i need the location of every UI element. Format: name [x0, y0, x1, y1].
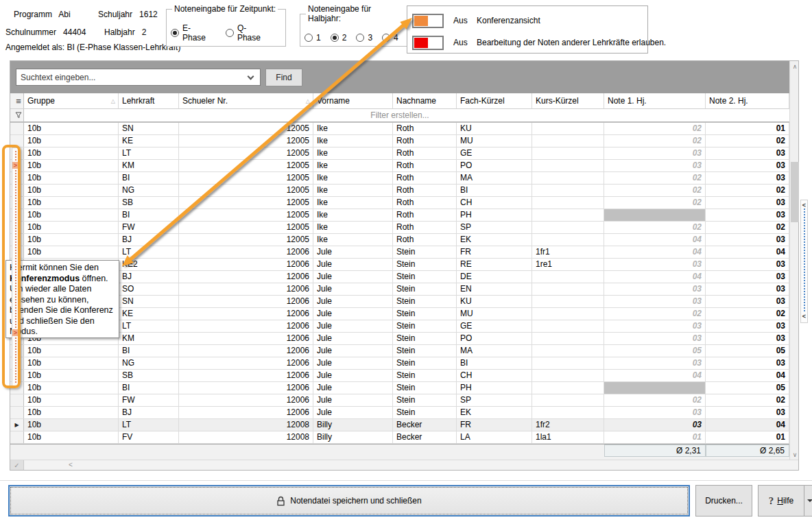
- cell-fach-kuerzel[interactable]: SP: [457, 394, 532, 406]
- cell-gruppe[interactable]: 10b: [24, 147, 119, 159]
- cell-note1[interactable]: 03: [604, 357, 706, 369]
- row-indicator[interactable]: [10, 431, 24, 443]
- cell-nachname[interactable]: Stein: [393, 246, 457, 258]
- cell-note2[interactable]: 03: [706, 197, 789, 209]
- cell-gruppe[interactable]: 10b: [24, 394, 119, 406]
- table-row[interactable]: 10bSN12005IkeRothKU0201: [10, 123, 789, 135]
- cell-vorname[interactable]: Ike: [313, 234, 393, 246]
- cell-kurs-kuerzel[interactable]: [532, 333, 604, 344]
- cell-kurs-kuerzel[interactable]: [532, 296, 604, 307]
- table-row[interactable]: 10bBI12006JuleSteinMA0505: [10, 345, 789, 357]
- cell-lehrkraft[interactable]: LT: [119, 246, 179, 258]
- cell-note2[interactable]: 03: [706, 333, 789, 344]
- radio-option-q-phase[interactable]: Q-Phase: [226, 23, 266, 43]
- cell-fach-kuerzel[interactable]: PH: [457, 382, 532, 394]
- cell-vorname[interactable]: Ike: [313, 209, 393, 221]
- cell-note1[interactable]: 03: [604, 320, 706, 332]
- row-indicator[interactable]: [10, 135, 24, 147]
- cell-nachname[interactable]: Stein: [393, 320, 457, 332]
- cell-note2[interactable]: 03: [706, 172, 789, 184]
- row-menu-header-cell[interactable]: ≡: [10, 93, 24, 108]
- cell-lehrkraft[interactable]: KE: [119, 135, 179, 147]
- cell-nachname[interactable]: Roth: [393, 123, 457, 134]
- cell-fach-kuerzel[interactable]: GE: [457, 320, 532, 332]
- cell-kurs-kuerzel[interactable]: 1fr2: [532, 419, 604, 431]
- cell-kurs-kuerzel[interactable]: [532, 123, 604, 134]
- cell-fach-kuerzel[interactable]: FR: [457, 246, 532, 258]
- cell-note2[interactable]: 03: [706, 234, 789, 246]
- table-row[interactable]: ▶10bLT12008BillyBeckerFR1fr20304: [10, 419, 789, 431]
- cell-note2[interactable]: 02: [706, 308, 789, 320]
- cell-vorname[interactable]: Billy: [313, 431, 393, 443]
- grid-corner-check-button[interactable]: ✓: [10, 460, 24, 470]
- cell-nachname[interactable]: Roth: [393, 185, 457, 196]
- cell-kurs-kuerzel[interactable]: [532, 147, 604, 159]
- cell-kurs-kuerzel[interactable]: [532, 407, 604, 418]
- table-row[interactable]: 10bFW12006JuleSteinSP0202: [10, 394, 789, 407]
- cell-fach-kuerzel[interactable]: MA: [457, 172, 532, 184]
- cell-nachname[interactable]: Roth: [393, 234, 457, 246]
- cell-schueler-nr[interactable]: 12006: [179, 394, 313, 406]
- cell-note1[interactable]: 03: [604, 160, 706, 171]
- column-header-note-2-hj-[interactable]: Note 2. Hj.: [706, 93, 789, 108]
- cell-gruppe[interactable]: 10b: [24, 123, 119, 134]
- cell-nachname[interactable]: Stein: [393, 259, 457, 270]
- cell-lehrkraft[interactable]: BI: [119, 382, 179, 394]
- cell-schueler-nr[interactable]: 12005: [179, 172, 313, 184]
- cell-fach-kuerzel[interactable]: MU: [457, 135, 532, 147]
- cell-schueler-nr[interactable]: 12008: [179, 431, 313, 443]
- cell-schueler-nr[interactable]: 12006: [179, 308, 313, 320]
- radio-option-2[interactable]: 2: [331, 33, 347, 43]
- cell-nachname[interactable]: Becker: [393, 419, 457, 431]
- cell-fach-kuerzel[interactable]: PO: [457, 333, 532, 344]
- cell-nachname[interactable]: Roth: [393, 222, 457, 233]
- scroll-up-icon[interactable]: ∧: [790, 61, 800, 71]
- radio-option-4[interactable]: 4: [382, 33, 398, 43]
- konferenzansicht-toggle[interactable]: [412, 14, 444, 28]
- row-indicator[interactable]: [10, 123, 24, 134]
- cell-note1[interactable]: 02: [604, 172, 706, 184]
- cell-fach-kuerzel[interactable]: EK: [457, 407, 532, 418]
- cell-note1[interactable]: 02: [604, 135, 706, 147]
- radio-option-1[interactable]: 1: [304, 33, 321, 43]
- cell-schueler-nr[interactable]: 12006: [179, 296, 313, 307]
- cell-lehrkraft[interactable]: KE2: [119, 259, 179, 270]
- cell-lehrkraft[interactable]: LT: [119, 320, 179, 332]
- cell-nachname[interactable]: Stein: [393, 296, 457, 307]
- cell-lehrkraft[interactable]: BJ: [119, 407, 179, 418]
- row-indicator[interactable]: [10, 407, 24, 418]
- cell-gruppe[interactable]: 10b: [24, 172, 119, 184]
- column-header-note-1-hj-[interactable]: Note 1. Hj.: [604, 93, 706, 108]
- cell-lehrkraft[interactable]: SN: [119, 296, 179, 307]
- cell-schueler-nr[interactable]: 12005: [179, 197, 313, 209]
- cell-fach-kuerzel[interactable]: BI: [457, 185, 532, 196]
- cell-gruppe[interactable]: 10b: [24, 135, 119, 147]
- cell-lehrkraft[interactable]: SN: [119, 123, 179, 134]
- cell-note1[interactable]: 03: [604, 259, 706, 270]
- cell-nachname[interactable]: Roth: [393, 209, 457, 221]
- filter-row[interactable]: Filter erstellen...: [10, 109, 789, 123]
- cell-vorname[interactable]: Billy: [313, 419, 393, 431]
- cell-schueler-nr[interactable]: 12006: [179, 382, 313, 394]
- cell-vorname[interactable]: Ike: [313, 197, 393, 209]
- cell-kurs-kuerzel[interactable]: [532, 209, 604, 221]
- cell-nachname[interactable]: Stein: [393, 283, 457, 295]
- table-row[interactable]: 10bKE212006JuleSteinRE1re10303: [10, 259, 789, 271]
- table-row[interactable]: 10bBI12005IkeRothMA0203: [10, 172, 789, 185]
- cell-note2[interactable]: 03: [706, 320, 789, 332]
- cell-lehrkraft[interactable]: LT: [119, 419, 179, 431]
- cell-vorname[interactable]: Ike: [313, 185, 393, 196]
- cell-lehrkraft[interactable]: SO: [119, 283, 179, 295]
- cell-gruppe[interactable]: 10b: [24, 234, 119, 246]
- cell-nachname[interactable]: Roth: [393, 172, 457, 184]
- cell-nachname[interactable]: Stein: [393, 333, 457, 344]
- cell-kurs-kuerzel[interactable]: [532, 394, 604, 406]
- table-row[interactable]: 10bSB12006JuleSteinCH0404: [10, 370, 789, 382]
- cell-note1[interactable]: 04: [604, 271, 706, 283]
- find-button[interactable]: Find: [265, 69, 302, 86]
- cell-vorname[interactable]: Jule: [313, 320, 393, 332]
- cell-fach-kuerzel[interactable]: LA: [457, 431, 532, 443]
- cell-note1[interactable]: 02: [604, 394, 706, 406]
- cell-note2[interactable]: 03: [706, 209, 789, 221]
- cell-lehrkraft[interactable]: BI: [119, 172, 179, 184]
